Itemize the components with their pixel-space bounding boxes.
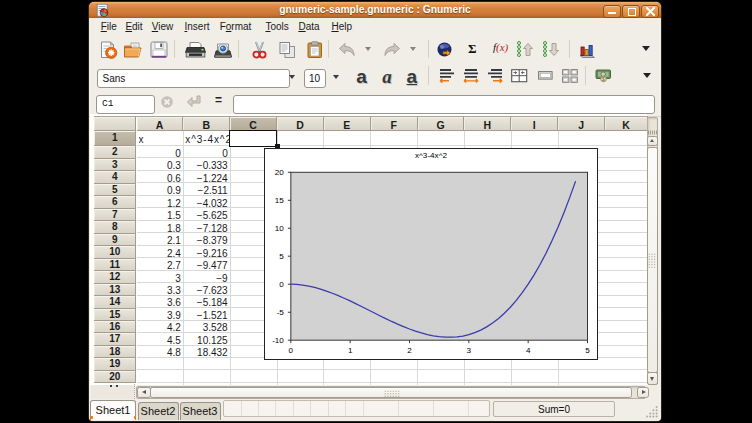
svg-text:10: 10 (274, 223, 284, 232)
svg-text:0: 0 (288, 345, 293, 354)
svg-text:15: 15 (274, 195, 284, 204)
svg-text:x^3-4x^2: x^3-4x^2 (415, 151, 447, 160)
svg-text:-5: -5 (276, 307, 284, 316)
svg-text:20: 20 (274, 167, 284, 176)
svg-text:5: 5 (279, 251, 284, 260)
svg-text:4: 4 (525, 345, 530, 354)
svg-text:$: $ (602, 76, 605, 82)
svg-text:2: 2 (407, 345, 412, 354)
svg-text:3: 3 (466, 345, 471, 354)
svg-text:5: 5 (585, 345, 590, 354)
svg-text:-10: -10 (272, 335, 284, 344)
svg-text:0: 0 (279, 279, 284, 288)
svg-text:1: 1 (347, 345, 352, 354)
